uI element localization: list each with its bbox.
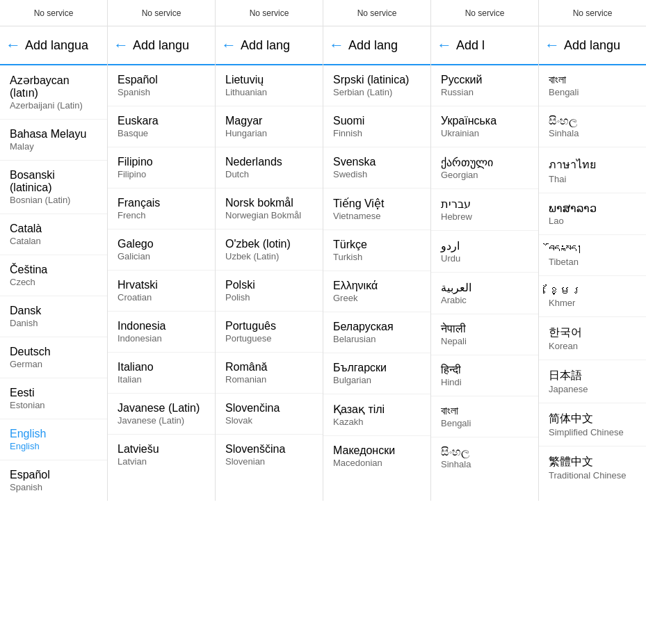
lang-english-4-8: Bengali — [441, 418, 528, 428]
lang-english-2-5: Polish — [225, 292, 313, 303]
status-segment-4: No service — [431, 0, 539, 26]
lang-item-3-5[interactable]: ΕλληνικάGreek — [323, 271, 430, 312]
lang-item-3-7[interactable]: БългарскиBulgarian — [323, 353, 430, 394]
panel-title-2: Add lang — [241, 38, 290, 53]
lang-item-4-9[interactable]: සිංහලSinhala — [431, 437, 538, 478]
lang-item-3-3[interactable]: Tiếng ViệtVietnamese — [323, 188, 430, 230]
lang-english-0-6: German — [10, 359, 97, 369]
lang-item-3-6[interactable]: БеларускаяBelarusian — [323, 312, 430, 353]
lang-english-0-2: Bosnian (Latin) — [10, 195, 97, 205]
lang-item-4-8[interactable]: বাংলাBengali — [431, 396, 538, 437]
lang-english-5-3: Lao — [549, 216, 636, 226]
lang-list-1: EspañolSpanishEuskaraBasqueFilipinoFilip… — [108, 65, 215, 475]
lang-item-4-2[interactable]: ქართულიGeorgian — [431, 147, 538, 189]
lang-item-0-5[interactable]: DanskDanish — [0, 296, 107, 337]
lang-native-5-0: বাংলা — [549, 74, 636, 86]
lang-native-5-6: 한국어 — [549, 325, 636, 340]
lang-english-0-9: Spanish — [10, 482, 97, 492]
lang-item-3-1[interactable]: SuomiFinnish — [323, 106, 430, 147]
lang-item-3-8[interactable]: Қазақ тіліKazakh — [323, 394, 430, 436]
lang-item-4-1[interactable]: УкраїнськаUkrainian — [431, 106, 538, 147]
lang-item-2-5[interactable]: PolskiPolish — [216, 271, 323, 312]
lang-item-2-8[interactable]: SlovenčinaSlovak — [216, 394, 323, 435]
panels-container: ←Add languaAzərbaycan (latın)Azerbaijani… — [0, 26, 646, 501]
lang-item-2-6[interactable]: PortuguêsPortuguese — [216, 312, 323, 353]
lang-item-0-4[interactable]: ČeštinaCzech — [0, 255, 107, 296]
lang-item-5-7[interactable]: 日本語Japanese — [539, 360, 646, 403]
lang-native-0-3: Català — [10, 223, 97, 235]
lang-item-1-9[interactable]: LatviešuLatvian — [108, 435, 215, 475]
back-arrow-4[interactable]: ← — [437, 36, 452, 54]
lang-item-5-4[interactable]: བོད་སྐད།Tibetan — [539, 235, 646, 276]
lang-english-3-0: Serbian (Latin) — [333, 87, 421, 97]
lang-item-1-6[interactable]: IndonesiaIndonesian — [108, 312, 215, 353]
lang-native-4-1: Українська — [441, 115, 528, 127]
lang-item-1-0[interactable]: EspañolSpanish — [108, 65, 215, 106]
lang-item-4-0[interactable]: РусскийRussian — [431, 65, 538, 106]
lang-english-2-1: Hungarian — [225, 128, 313, 138]
lang-native-3-5: Ελληνικά — [333, 280, 421, 292]
back-arrow-3[interactable]: ← — [329, 36, 344, 54]
lang-item-2-9[interactable]: SlovenščinaSlovenian — [216, 435, 323, 475]
lang-item-0-1[interactable]: Bahasa MelayuMalay — [0, 120, 107, 161]
lang-english-0-3: Catalan — [10, 236, 97, 246]
back-arrow-0[interactable]: ← — [6, 36, 21, 54]
lang-item-1-8[interactable]: Javanese (Latin)Javanese (Latin) — [108, 394, 215, 435]
lang-item-4-3[interactable]: עבריתHebrew — [431, 189, 538, 231]
lang-native-5-9: 繁體中文 — [549, 455, 636, 469]
lang-native-0-5: Dansk — [10, 305, 97, 317]
lang-item-5-0[interactable]: বাংলাBengali — [539, 65, 646, 106]
lang-item-5-1[interactable]: සිංහලSinhala — [539, 106, 646, 147]
lang-item-0-8[interactable]: EnglishEnglish — [0, 419, 107, 460]
lang-item-4-4[interactable]: اردوUrdu — [431, 231, 538, 273]
lang-item-0-3[interactable]: CatalàCatalan — [0, 214, 107, 255]
lang-item-2-2[interactable]: NederlandsDutch — [216, 147, 323, 188]
lang-native-5-2: ภาษาไทย — [549, 156, 636, 173]
lang-item-4-5[interactable]: العربيةArabic — [431, 273, 538, 314]
lang-item-3-2[interactable]: SvenskaSwedish — [323, 147, 430, 188]
lang-item-1-5[interactable]: HrvatskiCroatian — [108, 271, 215, 312]
lang-item-5-6[interactable]: 한국어Korean — [539, 317, 646, 360]
lang-item-4-7[interactable]: हिन्दीHindi — [431, 355, 538, 396]
lang-item-0-7[interactable]: EestiEstonian — [0, 378, 107, 419]
lang-item-2-7[interactable]: RomânăRomanian — [216, 353, 323, 394]
lang-english-3-4: Turkish — [333, 252, 421, 262]
lang-item-2-1[interactable]: MagyarHungarian — [216, 106, 323, 147]
lang-native-5-8: 简体中文 — [549, 412, 636, 426]
panel-title-0: Add langua — [25, 38, 88, 53]
back-arrow-1[interactable]: ← — [113, 36, 129, 54]
lang-item-0-9[interactable]: EspañolSpanish — [0, 460, 107, 501]
lang-item-0-6[interactable]: DeutschGerman — [0, 337, 107, 378]
lang-item-1-4[interactable]: GalegoGalician — [108, 230, 215, 271]
lang-item-0-0[interactable]: Azərbaycan (latın)Azerbaijani (Latin) — [0, 65, 107, 120]
lang-item-1-1[interactable]: EuskaraBasque — [108, 106, 215, 147]
lang-item-2-3[interactable]: Norsk bokmålNorwegian Bokmål — [216, 188, 323, 230]
back-arrow-2[interactable]: ← — [221, 36, 236, 54]
lang-item-5-3[interactable]: ພາສາລາວLao — [539, 193, 646, 235]
lang-item-5-5[interactable]: ខ្មែរKhmer — [539, 276, 646, 317]
lang-item-3-9[interactable]: МакедонскиMacedonian — [323, 436, 430, 476]
lang-english-1-8: Javanese (Latin) — [118, 415, 205, 426]
panel-header-4: ←Add l — [431, 26, 538, 65]
panel-4: ←Add lРусскийRussianУкраїнськаUkrainianქ… — [431, 26, 539, 501]
lang-item-5-2[interactable]: ภาษาไทยThai — [539, 147, 646, 193]
lang-item-1-3[interactable]: FrançaisFrench — [108, 188, 215, 230]
lang-list-4: РусскийRussianУкраїнськаUkrainianქართული… — [431, 65, 538, 478]
lang-item-1-2[interactable]: FilipinoFilipino — [108, 147, 215, 188]
lang-item-4-6[interactable]: नेपालीNepali — [431, 314, 538, 355]
lang-english-1-4: Galician — [118, 251, 205, 261]
back-arrow-5[interactable]: ← — [544, 36, 560, 54]
lang-item-2-0[interactable]: LietuviųLithuanian — [216, 65, 323, 106]
panel-header-5: ←Add langu — [539, 26, 646, 65]
lang-item-5-9[interactable]: 繁體中文Traditional Chinese — [539, 446, 646, 489]
lang-item-3-4[interactable]: TürkçeTurkish — [323, 230, 430, 271]
lang-item-5-8[interactable]: 简体中文Simplified Chinese — [539, 403, 646, 446]
lang-item-1-7[interactable]: ItalianoItalian — [108, 353, 215, 394]
lang-item-0-2[interactable]: Bosanski (latinica)Bosnian (Latin) — [0, 161, 107, 214]
lang-item-3-0[interactable]: Srpski (latinica)Serbian (Latin) — [323, 65, 430, 106]
lang-native-2-0: Lietuvių — [225, 74, 313, 86]
lang-native-2-6: Português — [225, 320, 313, 332]
lang-native-1-8: Javanese (Latin) — [118, 402, 205, 414]
status-segment-1: No service — [108, 0, 216, 26]
lang-item-2-4[interactable]: O'zbek (lotin)Uzbek (Latin) — [216, 230, 323, 271]
